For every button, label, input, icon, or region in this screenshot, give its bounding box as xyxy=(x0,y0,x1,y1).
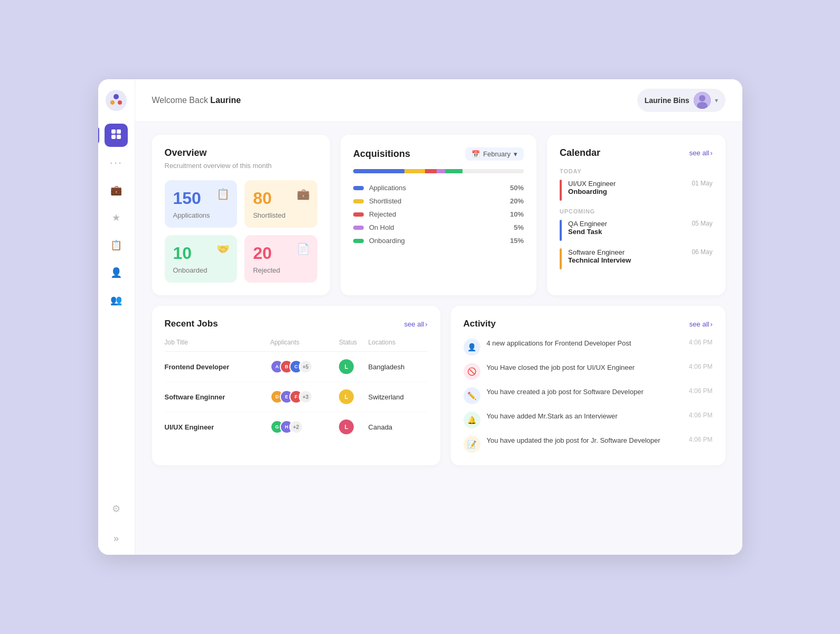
stat-applications[interactable]: 📋 150 Applications xyxy=(165,180,238,228)
sidebar-item-star[interactable]: ★ xyxy=(105,206,128,229)
acq-pct-shortlisted: 20% xyxy=(510,197,524,205)
calendar-today-label: TODAY xyxy=(560,168,712,174)
acq-pct-onboarding: 15% xyxy=(510,237,524,245)
event-date-qa: 05 May xyxy=(692,220,712,227)
stat-onboarded[interactable]: 🤝 10 Onboarded xyxy=(165,235,238,283)
acq-dot-onhold xyxy=(353,226,364,230)
acq-label-shortlisted: Shortlisted xyxy=(369,197,401,205)
acq-pct-rejected: 10% xyxy=(510,210,524,218)
user-avatar xyxy=(694,92,711,109)
svg-rect-6 xyxy=(111,135,116,139)
welcome-name: Laurine xyxy=(210,96,241,105)
user-profile-button[interactable]: Laurine Bins ▾ xyxy=(637,89,725,112)
chevron-down-icon: ▾ xyxy=(715,97,718,104)
chevron-right-icon: › xyxy=(710,149,712,157)
activity-icon-added: 🔔 xyxy=(464,412,480,428)
acq-label-onboarding: Onboarding xyxy=(369,237,405,245)
activity-time-3: 4:06 PM xyxy=(689,387,713,395)
calendar-see-all[interactable]: see all › xyxy=(690,149,713,157)
jobs-see-all[interactable]: see all › xyxy=(404,320,428,328)
activity-item: 🔔 You have added Mr.Stark as an Intervie… xyxy=(464,412,713,428)
job-title-frontend: Frontend Developer xyxy=(165,352,270,382)
activity-icon-new-apps: 👤 xyxy=(464,339,480,356)
activity-icon-updated: 📝 xyxy=(464,436,480,453)
acquisitions-rows: Applications 50% Shortlisted 20% xyxy=(353,184,524,245)
star-icon: ★ xyxy=(112,212,120,223)
svg-point-0 xyxy=(106,90,127,111)
stat-shortlisted[interactable]: 💼 80 Shortlisted xyxy=(244,180,317,228)
table-row[interactable]: Frontend Developer A B C +5 xyxy=(165,352,428,382)
activity-icon-closed: 🚫 xyxy=(464,363,480,380)
event-subtitle-qa: Send Task xyxy=(568,228,685,236)
event-date-software: 06 May xyxy=(692,248,712,256)
acq-dot-rejected xyxy=(353,212,364,217)
progress-onhold xyxy=(437,169,445,173)
applications-label: Applications xyxy=(173,211,229,219)
month-selector[interactable]: 📅 February ▾ xyxy=(465,147,524,161)
group-icon: 👥 xyxy=(110,294,122,306)
svg-rect-5 xyxy=(117,129,121,134)
svg-point-1 xyxy=(114,94,119,99)
calendar-event-software: Software Engineer Technical Interview 06… xyxy=(560,248,712,269)
status-badge: L xyxy=(339,419,354,434)
month-chevron-icon: ▾ xyxy=(514,150,517,158)
event-title-qa: QA Engineer xyxy=(568,220,685,228)
month-label: February xyxy=(483,150,511,158)
activity-see-all[interactable]: see all › xyxy=(690,320,713,328)
activity-text-closed: You Have closed the job post for UI/UX E… xyxy=(487,363,683,372)
overview-title: Overview xyxy=(165,147,317,158)
calendar-event-qa: QA Engineer Send Task 05 May xyxy=(560,220,712,241)
acq-dot-applications xyxy=(353,186,364,190)
progress-rejected xyxy=(425,169,437,173)
jobs-title: Recent Jobs xyxy=(165,319,218,329)
sidebar-item-dots[interactable]: ··· xyxy=(105,151,128,174)
sidebar-item-settings[interactable]: ⚙ xyxy=(105,497,128,520)
overview-stats: 📋 150 Applications 💼 80 Shortlisted 🤝 10 xyxy=(165,180,317,283)
acq-pct-onhold: 5% xyxy=(514,223,524,231)
activity-title: Activity xyxy=(464,319,496,329)
dots-icon: ··· xyxy=(110,157,122,169)
sidebar-item-dashboard[interactable] xyxy=(105,124,128,147)
activity-icon-created: ✏️ xyxy=(464,387,480,404)
acq-label-applications: Applications xyxy=(369,184,406,192)
overview-card: Overview Recruitment overview of this mo… xyxy=(152,135,330,295)
activity-card: Activity see all › 👤 4 new applications … xyxy=(451,306,725,465)
activity-text-created: You have created a job post for Software… xyxy=(487,387,683,397)
activity-item: ✏️ You have created a job post for Softw… xyxy=(464,387,713,404)
person-icon: 👤 xyxy=(110,267,122,278)
table-row[interactable]: Software Enginner D E F +3 xyxy=(165,382,428,412)
jobs-chevron-right-icon: › xyxy=(425,320,427,328)
progress-applications xyxy=(353,169,404,173)
job-location-frontend: Bangladesh xyxy=(369,352,428,382)
acq-row-onhold: On Hold 5% xyxy=(353,223,524,231)
acquisitions-progress-bar xyxy=(353,169,524,173)
stat-rejected[interactable]: 📄 20 Rejected xyxy=(244,235,317,283)
top-row: Overview Recruitment overview of this mo… xyxy=(152,135,725,295)
job-status-uiux: L xyxy=(339,412,368,442)
col-status: Status xyxy=(339,339,368,352)
acq-row-rejected: Rejected 10% xyxy=(353,210,524,218)
acquisitions-header: Acquisitions 📅 February ▾ xyxy=(353,147,524,161)
sidebar-item-clipboard[interactable]: 📋 xyxy=(105,234,128,257)
event-bar-qa xyxy=(560,220,562,241)
status-badge: L xyxy=(339,389,354,404)
col-locations: Locations xyxy=(369,339,428,352)
svg-rect-4 xyxy=(111,129,116,134)
event-bar-software xyxy=(560,248,562,269)
jobs-header: Recent Jobs see all › xyxy=(165,319,428,329)
recent-jobs-card: Recent Jobs see all › Job Title Applican… xyxy=(152,306,440,465)
calendar-card: Calendar see all › TODAY UI/UX Engineer … xyxy=(547,135,725,295)
settings-icon: ⚙ xyxy=(112,503,120,515)
overview-subtitle: Recruitment overview of this month xyxy=(165,162,317,170)
job-location-uiux: Canada xyxy=(369,412,428,442)
table-row[interactable]: UI/UX Engineer G H +2 L xyxy=(165,412,428,442)
sidebar-collapse-button[interactable]: » xyxy=(114,533,119,544)
activity-time-2: 4:06 PM xyxy=(689,363,713,370)
sidebar-item-person[interactable]: 👤 xyxy=(105,261,128,284)
event-title-uiux: UI/UX Engineer xyxy=(568,180,685,188)
sidebar-item-group[interactable]: 👥 xyxy=(105,288,128,312)
shortlisted-icon: 💼 xyxy=(297,188,310,200)
briefcase-icon: 💼 xyxy=(110,184,122,196)
rejected-icon: 📄 xyxy=(297,243,310,255)
sidebar-item-briefcase[interactable]: 💼 xyxy=(105,179,128,202)
